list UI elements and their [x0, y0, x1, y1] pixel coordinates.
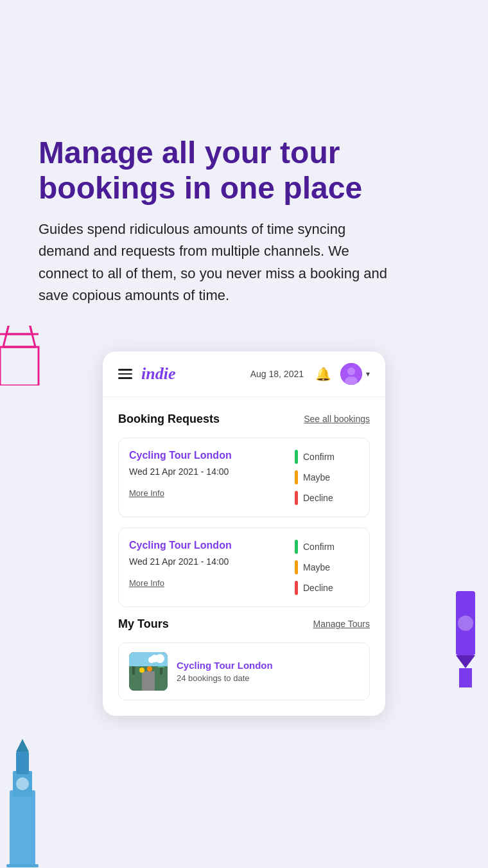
booking-requests-header: Booking Requests See all bookings: [118, 412, 370, 426]
my-tours-title: My Tours: [118, 617, 169, 631]
maybe-bar-1: [295, 470, 298, 484]
decline-label-1: Decline: [303, 493, 333, 503]
booking-date-2: Wed 21 Apr 2021 - 14:00: [129, 556, 284, 567]
maybe-label-1: Maybe: [303, 472, 330, 483]
avatar-wrapper[interactable]: ▾: [340, 363, 370, 385]
svg-point-33: [139, 668, 144, 673]
tour-title-1: Cycling Tour London: [177, 660, 359, 671]
confirm-bar-2: [295, 540, 298, 554]
svg-point-34: [147, 666, 152, 671]
my-tours-header: My Tours Manage Tours: [118, 617, 370, 631]
confirm-label-1: Confirm: [303, 452, 335, 462]
hamburger-icon[interactable]: [118, 369, 132, 379]
svg-rect-24: [16, 752, 29, 774]
confirm-action-1[interactable]: Confirm: [295, 450, 359, 464]
confirm-action-2[interactable]: Confirm: [295, 540, 359, 554]
svg-rect-27: [6, 864, 39, 867]
svg-marker-25: [16, 739, 29, 752]
tour-card-1: Cycling Tour London 24 bookings to date: [118, 642, 370, 700]
app-logo: indie: [141, 364, 175, 384]
booking-card-2: Cycling Tour London Wed 21 Apr 2021 - 14…: [118, 527, 370, 607]
app-content: Booking Requests See all bookings Cyclin…: [103, 397, 385, 716]
tour-thumbnail-1: [129, 652, 168, 691]
svg-point-41: [155, 654, 164, 663]
booking-title-1: Cycling Tour London: [129, 450, 284, 461]
svg-point-42: [148, 657, 155, 663]
maybe-action-1[interactable]: Maybe: [295, 470, 359, 484]
booking-actions-2: Confirm Maybe Decline: [295, 540, 359, 595]
booking-requests-title: Booking Requests: [118, 412, 220, 426]
maybe-bar-2: [295, 560, 298, 574]
svg-rect-35: [132, 665, 135, 675]
svg-rect-22: [10, 790, 35, 867]
booking-title-2: Cycling Tour London: [129, 540, 284, 551]
see-all-bookings-link[interactable]: See all bookings: [304, 414, 370, 424]
confirm-bar-1: [295, 450, 298, 464]
hero-title: Manage all your tour bookings in one pla…: [39, 135, 411, 206]
booking-info-2: Cycling Tour London Wed 21 Apr 2021 - 14…: [129, 540, 284, 595]
svg-point-26: [16, 777, 29, 790]
booking-card-1: Cycling Tour London Wed 21 Apr 2021 - 14…: [118, 438, 370, 517]
tour-subtitle-1: 24 bookings to date: [177, 673, 359, 683]
bell-icon[interactable]: 🔔: [315, 366, 331, 382]
app-header: indie Aug 18, 2021 🔔 ▾: [103, 351, 385, 397]
svg-rect-23: [13, 771, 32, 797]
decline-label-2: Decline: [303, 583, 333, 593]
big-ben-icon: [0, 739, 48, 868]
chevron-down-icon: ▾: [366, 369, 370, 378]
maybe-action-2[interactable]: Maybe: [295, 560, 359, 574]
svg-rect-32: [142, 671, 155, 691]
decline-action-1[interactable]: Decline: [295, 491, 359, 505]
decline-bar-1: [295, 491, 298, 505]
more-info-link-2[interactable]: More Info: [129, 578, 164, 588]
more-info-link-1[interactable]: More Info: [129, 488, 164, 498]
decline-action-2[interactable]: Decline: [295, 581, 359, 595]
decline-bar-2: [295, 581, 298, 595]
manage-tours-link[interactable]: Manage Tours: [313, 619, 370, 629]
avatar: [340, 363, 362, 385]
app-mockup: indie Aug 18, 2021 🔔 ▾: [103, 351, 385, 716]
booking-info-1: Cycling Tour London Wed 21 Apr 2021 - 14…: [129, 450, 284, 505]
tour-info-1: Cycling Tour London 24 bookings to date: [177, 660, 359, 683]
maybe-label-2: Maybe: [303, 562, 330, 572]
app-date: Aug 18, 2021: [250, 369, 304, 379]
confirm-label-2: Confirm: [303, 542, 335, 552]
booking-date-1: Wed 21 Apr 2021 - 14:00: [129, 466, 284, 477]
hero-subtitle: Guides spend ridiculous amounts of time …: [39, 218, 398, 306]
my-tours-section: My Tours Manage Tours: [118, 617, 370, 700]
booking-actions-1: Confirm Maybe Decline: [295, 450, 359, 505]
svg-point-29: [347, 368, 355, 375]
